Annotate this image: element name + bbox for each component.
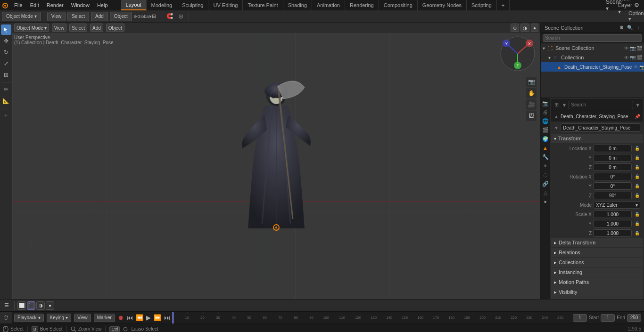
prop-pin-icon[interactable]: 📌 bbox=[635, 114, 640, 119]
location-y-field[interactable]: 0 m bbox=[594, 154, 632, 162]
global-transform[interactable]: ⊕ Global ▾ bbox=[138, 12, 148, 21]
view-vp-btn[interactable]: View bbox=[52, 24, 67, 32]
prop-particles-icon[interactable]: ✴ bbox=[541, 162, 550, 170]
tab-uv-editing[interactable]: UV Editing bbox=[208, 0, 243, 10]
view-layer-dropdown[interactable]: View Layer ▾ bbox=[620, 0, 630, 10]
record-btn[interactable]: ⏺ bbox=[118, 314, 124, 321]
prop-output-icon[interactable]: 🖨 bbox=[541, 108, 550, 116]
nav-gizmo[interactable]: X Y Z bbox=[499, 35, 537, 73]
tab-scripting[interactable]: Scripting bbox=[467, 0, 497, 10]
menu-window[interactable]: Window bbox=[67, 0, 93, 10]
outliner-sync-icon[interactable]: ↕ bbox=[635, 24, 642, 32]
outliner-search-input[interactable] bbox=[543, 34, 642, 42]
select-vp-btn[interactable]: Select bbox=[69, 24, 87, 32]
location-z-field[interactable]: 0 m bbox=[594, 163, 632, 171]
scale-tool[interactable]: ⤢ bbox=[1, 58, 11, 69]
location-z-lock[interactable]: 🔒 bbox=[634, 164, 640, 170]
proportional-edit[interactable]: ◎ bbox=[176, 12, 186, 21]
tab-modeling[interactable]: Modeling bbox=[147, 0, 178, 10]
view-menu-tl[interactable]: View bbox=[74, 314, 91, 322]
instancing-section[interactable]: ▸ Instancing bbox=[551, 267, 643, 277]
rendered-mode[interactable]: ● bbox=[46, 301, 54, 310]
visibility-section[interactable]: ▸ Visibility bbox=[551, 287, 643, 297]
obj-eye-icon[interactable]: 👁 bbox=[634, 65, 638, 70]
add-vp-btn[interactable]: Add bbox=[90, 24, 103, 32]
prop-search-input[interactable] bbox=[569, 101, 633, 109]
prop-mesh-name-input[interactable] bbox=[561, 123, 640, 132]
blender-logo[interactable] bbox=[0, 0, 10, 10]
location-y-lock[interactable]: 🔒 bbox=[634, 154, 640, 161]
tab-shading[interactable]: Shading bbox=[283, 0, 312, 10]
prop-top-icon-2[interactable]: ▼ bbox=[561, 100, 568, 110]
location-x-field[interactable]: 0 m bbox=[594, 145, 632, 152]
view-options-icon[interactable]: ☰ bbox=[2, 301, 11, 310]
image-icon[interactable]: 🖼 bbox=[526, 111, 537, 121]
tab-geometry-nodes[interactable]: Geometry Nodes bbox=[418, 0, 467, 10]
prop-physics-icon[interactable]: ◌ bbox=[541, 170, 550, 179]
transform-tool[interactable]: ⊞ bbox=[1, 70, 11, 80]
rotation-z-lock[interactable]: 🔒 bbox=[634, 192, 640, 199]
viewport-mode-btn[interactable]: ● bbox=[531, 24, 538, 32]
material-preview-mode[interactable]: ◑ bbox=[36, 301, 45, 310]
scene-collection-item[interactable]: ▾ ⛶ Scene Collection 👁 📷 🎬 bbox=[541, 43, 644, 53]
location-x-lock[interactable]: 🔒 bbox=[634, 145, 640, 152]
move-tool[interactable]: ✥ bbox=[1, 36, 11, 46]
scene-dropdown[interactable]: Scene ▾ bbox=[609, 0, 619, 10]
prop-scene-icon[interactable]: 🎬 bbox=[541, 126, 550, 134]
rotation-y-field[interactable]: 0° bbox=[594, 182, 632, 190]
prop-top-filter[interactable]: ▼ bbox=[634, 100, 641, 110]
eye-icon[interactable]: 👁 bbox=[624, 46, 629, 51]
transform-pivot[interactable]: ⊞ bbox=[149, 12, 159, 21]
obj-camera-icon[interactable]: 📷 bbox=[639, 65, 644, 70]
play-btn[interactable]: ▶ bbox=[146, 314, 151, 321]
collection-eye-icon[interactable]: 👁 bbox=[624, 55, 629, 60]
scale-z-field[interactable]: 1.000 bbox=[594, 229, 632, 237]
object-menu[interactable]: Object bbox=[110, 12, 132, 21]
snap-toggle[interactable]: 🧲 bbox=[165, 12, 174, 21]
camera-icon[interactable]: 📷 bbox=[630, 46, 636, 51]
wireframe-mode[interactable]: ⬜ bbox=[17, 301, 26, 310]
prop-object-icon[interactable]: ▲ bbox=[541, 144, 550, 152]
add-menu[interactable]: Add bbox=[91, 12, 108, 21]
start-frame-input[interactable]: 1 bbox=[601, 314, 615, 322]
annotate-tool[interactable]: ✏ bbox=[1, 84, 11, 95]
motion-paths-section[interactable]: ▸ Motion Paths bbox=[551, 277, 643, 287]
tab-layout[interactable]: Layout bbox=[121, 0, 147, 10]
jump-end-btn[interactable]: ⏭ bbox=[164, 314, 170, 321]
filter-icon[interactable]: ⚙ bbox=[632, 0, 641, 10]
prop-view-layer-icon[interactable]: 🌐 bbox=[541, 117, 550, 125]
end-frame-input[interactable]: 250 bbox=[627, 314, 641, 322]
prop-world-icon[interactable]: 🌍 bbox=[541, 135, 550, 143]
solid-mode[interactable]: ⬛ bbox=[27, 301, 35, 310]
rotation-z-field[interactable]: 90° bbox=[594, 192, 632, 199]
next-frame-btn[interactable]: ⏩ bbox=[154, 314, 161, 321]
scale-x-field[interactable]: 1.000 bbox=[594, 211, 632, 218]
mode-dropdown[interactable]: XYZ Euler ▾ bbox=[594, 201, 640, 209]
keying-menu[interactable]: Keying ▾ bbox=[47, 314, 72, 322]
rotation-x-field[interactable]: 0° bbox=[594, 173, 632, 180]
jump-start-btn[interactable]: ⏮ bbox=[127, 314, 133, 321]
scale-x-lock[interactable]: 🔒 bbox=[634, 211, 640, 218]
tab-rendering[interactable]: Rendering bbox=[345, 0, 379, 10]
tab-compositing[interactable]: Compositing bbox=[379, 0, 418, 10]
prop-material-icon[interactable]: ● bbox=[541, 197, 550, 206]
menu-help[interactable]: Help bbox=[93, 0, 112, 10]
collections-section[interactable]: ▸ Collections bbox=[551, 258, 643, 267]
scale-y-lock[interactable]: 🔒 bbox=[634, 220, 640, 227]
current-frame-display[interactable]: 1 bbox=[573, 314, 587, 322]
outliner-search-icon[interactable]: 🔍 bbox=[626, 24, 634, 32]
collection-item[interactable]: ▾ □ Collection 👁 📷 🎬 bbox=[541, 53, 644, 62]
delta-transform-section[interactable]: ▸ Delta Transform bbox=[551, 238, 643, 247]
prop-modifier-icon[interactable]: 🔧 bbox=[541, 153, 550, 161]
viewport-display-section[interactable]: ▸ Viewport Display bbox=[551, 297, 643, 299]
object-mode-vp-dropdown[interactable]: Object Mode ▾ bbox=[14, 24, 49, 32]
viewport-overlays-btn[interactable]: ⊙ bbox=[511, 24, 519, 32]
measure-tool[interactable]: 📐 bbox=[1, 96, 11, 106]
rotation-y-lock[interactable]: 🔒 bbox=[634, 183, 640, 189]
menu-edit[interactable]: Edit bbox=[26, 0, 43, 10]
rotation-x-lock[interactable]: 🔒 bbox=[634, 173, 640, 180]
cursor-tool[interactable] bbox=[1, 24, 11, 35]
view-menu[interactable]: View bbox=[47, 12, 66, 21]
rotate-tool[interactable]: ↻ bbox=[1, 47, 11, 57]
camera-perspective-icon[interactable]: 📷 bbox=[526, 77, 537, 87]
